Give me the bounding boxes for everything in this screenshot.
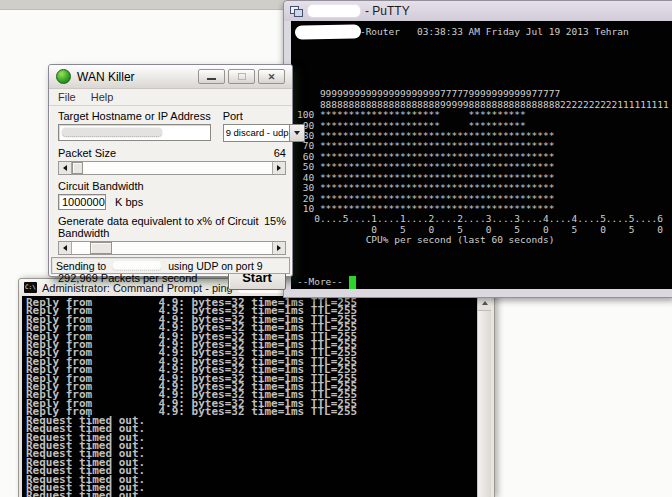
terminal-cursor [349, 276, 356, 289]
slider-left-button[interactable] [59, 162, 72, 174]
wan-killer-statusbar: Sending to using UDP on port 9 [51, 257, 290, 274]
arrow-left-icon [63, 245, 67, 251]
slider-left-button[interactable] [59, 242, 72, 254]
cmd-output: Reply from 4.9: bytes=32 time=1ms TTL=25… [22, 296, 477, 497]
redacted-router-name-blob [295, 24, 361, 39]
port-selected-value: 9 discard - udp [224, 125, 289, 141]
cmd-icon [24, 282, 37, 293]
menu-file[interactable]: File [58, 91, 76, 103]
target-host-input[interactable] [58, 124, 211, 141]
maximize-icon [238, 73, 246, 80]
port-label: Port [223, 110, 305, 122]
packet-size-label: Packet Size [58, 147, 116, 159]
close-icon: ✕ [259, 70, 284, 83]
port-select[interactable]: 9 discard - udp [223, 124, 305, 142]
putty-terminal-area[interactable]: -Router 03:38:33 AM Friday Jul 19 2013 T… [291, 21, 672, 289]
slider-right-button[interactable] [272, 162, 285, 174]
redacted-hostname-blob [308, 5, 360, 17]
circuit-bandwidth-label: Circuit Bandwidth [58, 180, 144, 192]
minimize-icon [207, 78, 216, 80]
packet-size-value: 64 [274, 147, 286, 159]
generate-percent-value: 15% [264, 215, 286, 227]
maximize-button[interactable] [228, 69, 255, 84]
slider-right-button[interactable] [272, 242, 285, 254]
putty-window: - PuTTY -Router 03:38:33 AM Friday Jul 1… [283, 0, 672, 298]
packet-size-slider[interactable] [58, 161, 286, 175]
minimize-button[interactable] [198, 69, 225, 84]
arrow-right-icon [277, 165, 281, 171]
arrow-left-icon [63, 165, 67, 171]
status-prefix: Sending to [56, 260, 106, 272]
chevron-down-icon [294, 131, 300, 135]
generate-percent-label: Generate data equivalent to x% of Circui… [58, 215, 264, 239]
scroll-up-button[interactable] [478, 296, 491, 311]
menu-help[interactable]: Help [91, 91, 114, 103]
close-button[interactable]: ✕ [258, 69, 285, 84]
arrow-up-icon [482, 301, 488, 305]
wan-killer-menubar: File Help [49, 89, 292, 106]
wan-killer-titlebar[interactable]: WAN Killer ✕ [49, 65, 292, 89]
wan-killer-window: WAN Killer ✕ File Help Target Hostname o… [48, 64, 293, 277]
packet-size-track[interactable] [72, 162, 272, 174]
wan-killer-app-icon [56, 69, 71, 84]
cmd-terminal-area[interactable]: Reply from 4.9: bytes=32 time=1ms TTL=25… [22, 296, 477, 497]
redacted-target-host-blob [62, 128, 162, 137]
port-dropdown-button[interactable] [289, 125, 304, 141]
circuit-bandwidth-value: 1000000 [62, 196, 105, 208]
putty-terminal-text: -Router 03:38:33 AM Friday Jul 19 2013 T… [291, 21, 672, 287]
status-suffix: using UDP on port 9 [168, 260, 262, 272]
command-prompt-window: Administrator: Command Prompt - ping -t … [18, 278, 495, 497]
putty-titlebar[interactable]: - PuTTY [284, 1, 672, 21]
arrow-right-icon [277, 245, 281, 251]
putty-window-title: - PuTTY [365, 4, 410, 18]
packet-size-thumb[interactable] [72, 162, 83, 174]
putty-icon [290, 6, 303, 17]
redacted-status-ip-blob [112, 260, 162, 271]
target-host-label: Target Hostname or IP Address [58, 110, 211, 122]
generate-percent-track[interactable] [72, 242, 272, 254]
cmd-vertical-scrollbar[interactable] [477, 296, 491, 497]
generate-percent-thumb[interactable] [90, 242, 112, 254]
circuit-bandwidth-input[interactable]: 1000000 [58, 194, 106, 210]
wan-killer-window-title: WAN Killer [77, 70, 192, 84]
generate-percent-slider[interactable] [58, 241, 286, 255]
circuit-bandwidth-unit: K bps [115, 196, 143, 208]
